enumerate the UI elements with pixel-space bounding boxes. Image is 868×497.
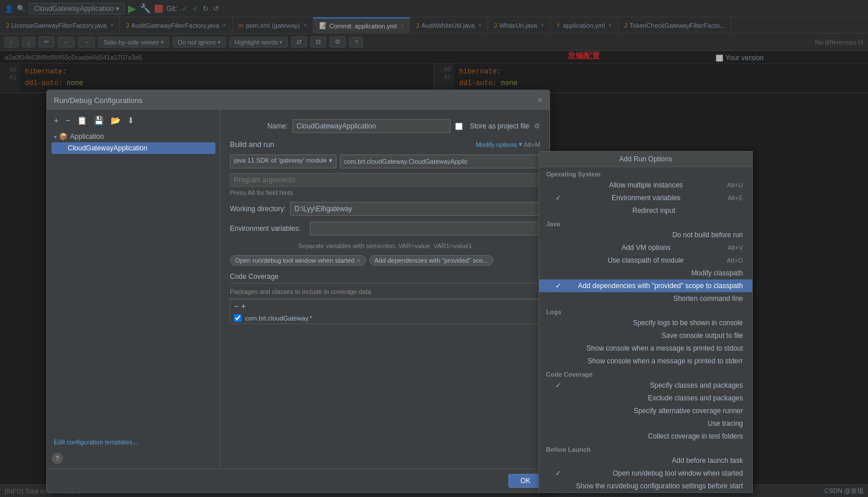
dropdown-shortcut-classpath: Alt+O: [727, 257, 743, 264]
program-args-input[interactable]: [230, 173, 540, 187]
dropdown-label-shorten: Shorten command line: [673, 294, 743, 303]
remove-config-btn[interactable]: −: [63, 115, 72, 126]
dropdown-item-no-build[interactable]: Do not build before run: [539, 229, 752, 241]
modify-options-btn[interactable]: Modify options ▾ Alt+M: [476, 141, 540, 148]
env-hint: Separate variables with semicolon: VAR=v…: [230, 242, 540, 249]
dropdown-shortcut-vm: Alt+V: [727, 244, 743, 251]
tree-group-icon: 📦: [59, 132, 68, 141]
dropdown-item-modify-classpath[interactable]: Modify classpath: [539, 267, 752, 279]
coverage-table: − + com.brt.cloudGateway.*: [230, 299, 540, 324]
dropdown-item-test-folders[interactable]: Collect coverage in test folders: [539, 430, 752, 443]
tag-row: Open run/debug tool window when started …: [230, 255, 540, 266]
dialog-title-bar: Run/Debug Configurations ×: [47, 90, 550, 110]
tree-group-label: Application: [70, 132, 104, 141]
dropdown-item-env-vars[interactable]: ✓ Environment variables Alt+E: [539, 192, 752, 204]
dropdown-label-specify-logs: Specify logs to be shown in console: [633, 319, 743, 327]
dropdown-section-coverage: Code Coverage: [539, 367, 752, 379]
env-vars-input[interactable]: [310, 222, 540, 235]
dropdown-menu: Add Run Options Operating System Allow m…: [539, 151, 753, 493]
coverage-item-checkbox[interactable]: [234, 314, 241, 322]
dropdown-section-java: Java: [539, 217, 752, 229]
tree-group-application[interactable]: ▾ 📦 Application: [52, 131, 215, 142]
run-debug-dialog: Run/Debug Configurations × + − 📋 💾 📂 ⬇ ▾…: [46, 90, 550, 493]
dropdown-label-specify-classes: Specify classes and packages: [650, 381, 743, 389]
dropdown-section-before-launch: Before Launch: [539, 443, 752, 454]
tag-add-deps-label: Add dependencies with "provided" sco...: [375, 257, 488, 264]
main-class-input[interactable]: [340, 154, 540, 168]
dropdown-label-show-settings: Show the run/debug configuration setting…: [576, 482, 743, 490]
dropdown-label-tracing: Use tracing: [708, 419, 743, 428]
dropdown-item-label-redirect: Redirect input: [632, 207, 675, 215]
dropdown-item-show-settings[interactable]: Show the run/debug configuration setting…: [539, 480, 752, 492]
help-btn-dialog[interactable]: ?: [52, 452, 63, 464]
save-config-btn[interactable]: 💾: [91, 115, 106, 126]
dropdown-label-alt-runner: Specify alternative coverage runner: [633, 407, 743, 415]
dropdown-label-modify-classpath: Modify classpath: [691, 269, 743, 277]
name-row: Name: Store as project file ⚙: [230, 119, 540, 133]
coverage-packages-label: Packages and classes to include in cover…: [230, 288, 540, 295]
coverage-section: Code Coverage Packages and classes to in…: [230, 273, 540, 324]
tree-arrow-icon: ▾: [54, 134, 57, 140]
dropdown-item-before-launch-task[interactable]: Add before launch task: [539, 454, 752, 467]
dropdown-section-logs: Logs: [539, 305, 752, 316]
dropdown-label-add-deps: Add dependencies with "provided" scope t…: [578, 282, 743, 290]
ok-button[interactable]: OK: [508, 474, 543, 488]
dialog-title-label: Run/Debug Configurations: [54, 96, 142, 105]
dropdown-item-specify-logs[interactable]: Specify logs to be shown in console: [539, 316, 752, 329]
dropdown-item-exclude-classes[interactable]: Exclude classes and packages: [539, 392, 752, 404]
sdk-label: java 11 SDK of 'gateway' module: [234, 157, 327, 164]
dropdown-label-stdout: Show console when a message is printed t…: [587, 344, 743, 352]
dropdown-item-alt-runner[interactable]: Specify alternative coverage runner: [539, 404, 752, 417]
sdk-selector[interactable]: java 11 SDK of 'gateway' module ▾: [230, 154, 336, 168]
dropdown-item-tracing[interactable]: Use tracing: [539, 417, 752, 430]
tree-item-cloudgateway[interactable]: CloudGatewayApplication: [52, 142, 215, 154]
modify-options-label: Modify options: [476, 141, 517, 148]
dropdown-item-stdout[interactable]: Show console when a message is printed t…: [539, 342, 752, 355]
dropdown-item-add-deps-provided[interactable]: ✓ Add dependencies with "provided" scope…: [539, 279, 752, 292]
dropdown-item-check-env: ✓: [555, 194, 565, 202]
tag-open-run-label: Open run/debug tool window when started: [235, 257, 354, 264]
dialog-body: + − 📋 💾 📂 ⬇ ▾ 📦 Application CloudGateway…: [47, 110, 550, 469]
dropdown-item-save-output[interactable]: Save console output to file: [539, 329, 752, 342]
dropdown-label-save-output: Save console output to file: [661, 332, 743, 340]
working-dir-label: Working directory:: [230, 205, 285, 213]
coverage-plus-btn[interactable]: +: [241, 301, 246, 311]
dropdown-label-open-run: Open run/debug tool window when started: [613, 469, 743, 477]
store-as-project-checkbox[interactable]: [455, 123, 463, 130]
dialog-close-button[interactable]: ×: [537, 95, 543, 105]
dropdown-item-specify-classes[interactable]: ✓ Specify classes and packages: [539, 379, 752, 392]
dropdown-header: Add Run Options: [539, 152, 752, 167]
dropdown-item-vm-options[interactable]: Add VM options Alt+V: [539, 241, 752, 254]
tag-open-run-close[interactable]: ×: [357, 257, 360, 264]
env-vars-row: Environment variables:: [230, 222, 540, 235]
sort-config-btn[interactable]: ⬇: [125, 115, 137, 126]
dropdown-section-os: Operating System: [539, 167, 752, 179]
args-hint: Press Alt for field hints: [230, 189, 540, 196]
config-tree: ▾ 📦 Application CloudGatewayApplication: [52, 131, 215, 434]
project-settings-gear-icon[interactable]: ⚙: [534, 122, 540, 130]
dropdown-check-add-deps: ✓: [555, 282, 565, 290]
dropdown-label-stderr: Show console when a message is printed t…: [588, 357, 743, 365]
copy-config-btn[interactable]: 📋: [75, 115, 89, 126]
add-config-btn[interactable]: +: [52, 115, 61, 126]
coverage-minus-btn[interactable]: −: [234, 301, 239, 311]
edit-templates-link[interactable]: Edit configuration templates...: [52, 434, 215, 450]
name-input[interactable]: [292, 119, 451, 133]
left-toolbar: + − 📋 💾 📂 ⬇: [52, 115, 215, 126]
folder-config-btn[interactable]: 📂: [108, 115, 123, 126]
dropdown-item-multiple-instances[interactable]: Allow multiple instances Alt+U: [539, 179, 752, 192]
dropdown-item-shorten[interactable]: Shorten command line: [539, 292, 752, 305]
dropdown-item-label-multiple: Allow multiple instances: [609, 181, 683, 189]
dropdown-item-use-classpath[interactable]: Use classpath of module Alt+O: [539, 254, 752, 267]
dropdown-shortcut-multiple: Alt+U: [727, 182, 743, 189]
dropdown-item-open-run-window[interactable]: ✓ Open run/debug tool window when starte…: [539, 467, 752, 480]
tree-item-label: CloudGatewayApplication: [68, 144, 147, 152]
coverage-title: Code Coverage: [230, 273, 540, 284]
modify-options-arrow-icon: ▾: [519, 141, 522, 148]
dropdown-item-redirect[interactable]: Redirect input: [539, 204, 752, 217]
working-dir-input[interactable]: [290, 202, 540, 216]
dropdown-label-vm: Add VM options: [621, 244, 671, 252]
dropdown-label-exclude-classes: Exclude classes and packages: [648, 394, 743, 402]
dropdown-item-label-env: Environment variables: [611, 194, 680, 202]
dropdown-item-stderr[interactable]: Show console when a message is printed t…: [539, 355, 752, 367]
